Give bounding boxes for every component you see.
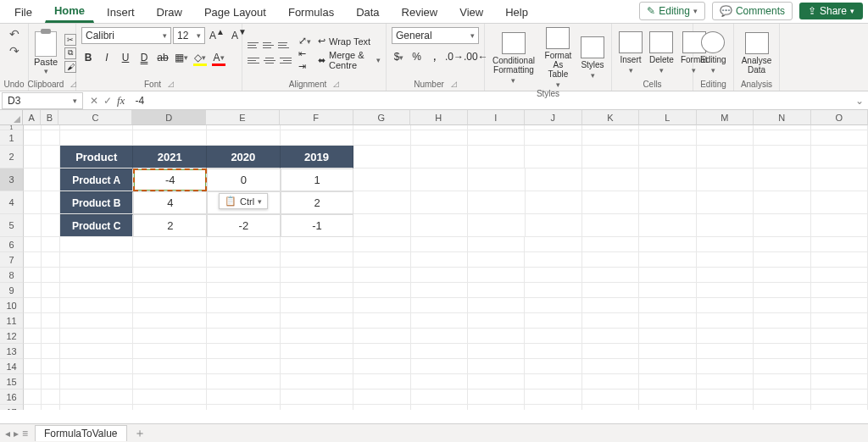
align-bottom-icon[interactable] <box>278 39 292 52</box>
tab-help[interactable]: Help <box>496 2 537 23</box>
cell[interactable] <box>811 344 868 359</box>
table-header-cell[interactable]: 2020 <box>207 146 281 169</box>
cell[interactable] <box>468 237 525 252</box>
tab-page-layout[interactable]: Page Layout <box>195 2 275 23</box>
increase-decimal-icon[interactable]: .0→ <box>445 51 460 63</box>
table-data-cell[interactable]: 2 <box>133 214 207 237</box>
cell[interactable] <box>526 214 582 237</box>
dialog-launcher-icon[interactable]: ◿ <box>333 80 339 88</box>
cell[interactable] <box>133 237 207 252</box>
cell[interactable] <box>411 130 468 146</box>
tab-formulas[interactable]: Formulas <box>279 2 343 23</box>
cell[interactable] <box>411 374 468 390</box>
cell[interactable] <box>24 191 42 214</box>
cell[interactable] <box>42 329 59 344</box>
cell[interactable] <box>207 344 281 359</box>
cell[interactable] <box>811 405 868 410</box>
cell[interactable] <box>582 191 639 214</box>
format-as-table-button[interactable]: Format As Table▾ <box>541 27 576 89</box>
cell[interactable] <box>353 313 410 329</box>
cell[interactable] <box>24 169 42 191</box>
cell[interactable] <box>525 237 581 252</box>
align-top-icon[interactable] <box>248 39 261 52</box>
increase-font-icon[interactable]: A▲ <box>207 27 227 44</box>
cell[interactable] <box>697 390 754 405</box>
column-header[interactable]: G <box>353 110 411 125</box>
cell[interactable] <box>582 237 639 252</box>
row-header[interactable]: 16 <box>0 390 24 405</box>
column-header[interactable]: D <box>132 110 206 125</box>
cell[interactable] <box>468 146 525 169</box>
row-header[interactable]: 6 <box>0 237 24 252</box>
cell[interactable] <box>811 283 868 298</box>
cell[interactable] <box>526 169 582 191</box>
cell[interactable] <box>60 329 134 344</box>
cell[interactable] <box>754 237 810 252</box>
cell[interactable] <box>811 374 868 390</box>
tab-insert[interactable]: Insert <box>97 2 144 23</box>
table-data-cell[interactable]: -1 <box>281 214 354 237</box>
sheet-tab[interactable]: FormulaToValue <box>35 425 126 441</box>
paste-options-tag[interactable]: 📋 Ctrl ▾ <box>219 193 268 209</box>
row-header[interactable]: 12 <box>0 329 24 344</box>
cell[interactable] <box>281 359 354 374</box>
cell[interactable] <box>42 390 59 405</box>
row-header[interactable]: 3 <box>0 169 24 191</box>
cell[interactable] <box>281 130 354 146</box>
cell[interactable] <box>811 359 868 374</box>
cell[interactable] <box>754 214 810 237</box>
cell[interactable] <box>754 298 810 313</box>
cell[interactable] <box>468 313 525 329</box>
cell[interactable] <box>811 169 868 191</box>
cell[interactable] <box>811 268 868 283</box>
cell[interactable] <box>526 191 582 214</box>
comments-button[interactable]: 💬 Comments <box>712 2 793 20</box>
tab-home[interactable]: Home <box>45 0 94 23</box>
cell[interactable] <box>60 283 134 298</box>
redo-icon[interactable]: ↷ <box>9 44 19 58</box>
cell[interactable] <box>811 191 868 214</box>
cell[interactable] <box>639 359 696 374</box>
cell[interactable] <box>411 169 468 191</box>
accounting-format-icon[interactable]: $▾ <box>392 51 406 63</box>
tab-file[interactable]: File <box>5 2 42 23</box>
column-header[interactable]: I <box>468 110 526 125</box>
cell[interactable] <box>281 237 354 252</box>
cell[interactable] <box>754 191 810 214</box>
table-header-cell[interactable]: Product <box>60 146 134 169</box>
cell[interactable] <box>754 405 810 410</box>
cell[interactable] <box>281 283 354 298</box>
cell[interactable] <box>697 130 754 146</box>
cell[interactable] <box>639 298 696 313</box>
cell[interactable] <box>754 344 810 359</box>
row-header[interactable]: 9 <box>0 283 24 298</box>
cell[interactable] <box>754 374 810 390</box>
cell[interactable] <box>811 298 868 313</box>
cell[interactable] <box>468 283 525 298</box>
cell[interactable] <box>468 390 525 405</box>
cell[interactable] <box>42 313 59 329</box>
cell[interactable] <box>207 390 281 405</box>
table-rowhead-cell[interactable]: Product A <box>60 169 134 191</box>
cell[interactable] <box>281 344 354 359</box>
cell[interactable] <box>697 268 754 283</box>
cell[interactable] <box>411 252 468 268</box>
cell[interactable] <box>281 405 354 410</box>
cell[interactable] <box>353 146 410 169</box>
cell[interactable] <box>42 146 59 169</box>
cell[interactable] <box>133 283 207 298</box>
cell[interactable] <box>60 374 134 390</box>
cell[interactable] <box>582 344 639 359</box>
table-data-cell[interactable]: 0 <box>207 169 281 191</box>
cell[interactable] <box>582 169 639 191</box>
cell[interactable] <box>207 268 281 283</box>
cell[interactable] <box>754 268 810 283</box>
cell[interactable] <box>525 283 581 298</box>
cell[interactable] <box>207 374 281 390</box>
cell[interactable] <box>754 329 810 344</box>
cell[interactable] <box>525 268 581 283</box>
cell[interactable] <box>133 359 207 374</box>
copy-icon[interactable]: ⧉ <box>64 47 76 59</box>
cell[interactable] <box>281 329 354 344</box>
orientation-icon[interactable]: ⤢▾ <box>298 35 311 47</box>
